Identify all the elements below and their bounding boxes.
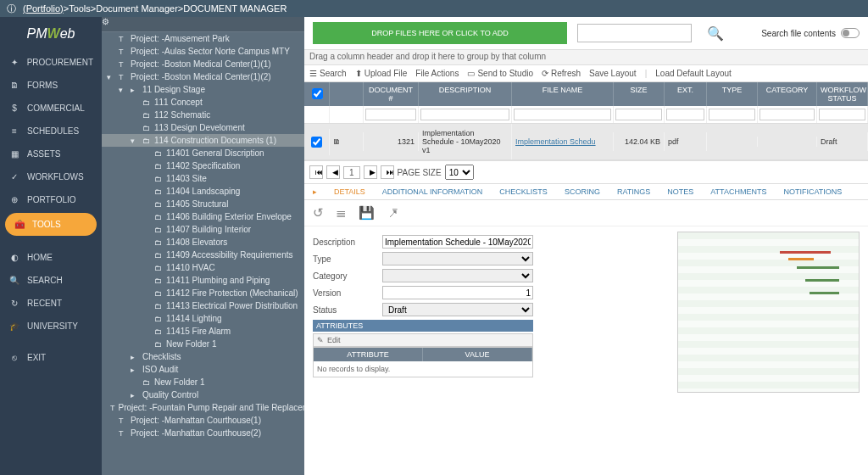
- tree-node[interactable]: ▸Quality Control: [102, 388, 304, 401]
- nav-item-workflows[interactable]: ✓WORKFLOWS: [0, 165, 102, 188]
- nav-item-tools[interactable]: 🧰TOOLS: [5, 213, 97, 236]
- filter-type[interactable]: [709, 109, 755, 120]
- tree-node[interactable]: 🗀11411 Plumbing and Piping: [102, 274, 304, 287]
- info-icon[interactable]: ⓘ: [7, 3, 16, 15]
- tree-node[interactable]: 🗀11408 Elevators: [102, 236, 304, 249]
- toolbar-load[interactable]: Load Default Layout: [655, 69, 732, 78]
- filter-ext[interactable]: [666, 109, 704, 120]
- tree-node[interactable]: TProject: -Manhattan Courthouse(1): [102, 414, 304, 427]
- toolbar-search[interactable]: ☰ Search: [309, 69, 347, 78]
- group-by-bar[interactable]: Drag a column header and drop it here to…: [304, 50, 868, 65]
- tab-notes[interactable]: NOTES: [667, 187, 693, 196]
- undo-icon[interactable]: ↺: [313, 205, 324, 221]
- tree-node[interactable]: 🗀11414 Lighting: [102, 312, 304, 325]
- pager-next[interactable]: ▶: [364, 165, 377, 179]
- toolbar-save[interactable]: Save Layout: [589, 69, 637, 78]
- nav-item-search[interactable]: 🔍SEARCH: [0, 269, 102, 292]
- nav-item-assets[interactable]: ▦ASSETS: [0, 142, 102, 165]
- col-ext[interactable]: EXT.: [665, 82, 707, 106]
- search-icon[interactable]: 🔍: [702, 25, 729, 42]
- attributes-edit-button[interactable]: ✎ Edit: [313, 333, 533, 347]
- grid-row[interactable]: 🗎 1321 Implementation Schedule - 10May20…: [304, 124, 868, 160]
- filter-filename[interactable]: [514, 109, 611, 120]
- field-status[interactable]: Draft: [382, 303, 533, 316]
- nav-item-recent[interactable]: ↻RECENT: [0, 292, 102, 315]
- tree-node[interactable]: 🗀11413 Electrical Power Distribution: [102, 299, 304, 312]
- nav-item-schedules[interactable]: ≡SCHEDULES: [0, 120, 102, 142]
- list-icon[interactable]: ≣: [336, 205, 347, 221]
- nav-item-portfolio[interactable]: ⊕PORTFOLIO: [0, 188, 102, 211]
- col-type[interactable]: TYPE: [707, 82, 758, 106]
- col-filename[interactable]: FILE NAME: [512, 82, 614, 106]
- project-tree[interactable]: ⚙ TProject: -Amusement ParkTProject: -Au…: [102, 17, 304, 475]
- tree-node[interactable]: ▸Checklists: [102, 350, 304, 363]
- nav-item-procurement[interactable]: ✦PROCUREMENT: [0, 51, 102, 74]
- pager-prev[interactable]: ◀: [326, 165, 340, 179]
- row-checkbox[interactable]: [311, 137, 322, 148]
- field-type[interactable]: [382, 252, 533, 265]
- breadcrumb-item[interactable]: Document Manager: [96, 3, 178, 14]
- tree-node[interactable]: ▾TProject: -Boston Medical Center(1)(2): [102, 70, 304, 83]
- tree-node[interactable]: 🗀11409 Accessibility Requirements: [102, 249, 304, 261]
- pager-last[interactable]: ⏭: [381, 165, 394, 179]
- tree-node[interactable]: 🗀11402 Specification: [102, 159, 304, 172]
- search-contents-toggle[interactable]: [841, 28, 860, 38]
- tree-node[interactable]: ▾🗀114 Construction Documents (1): [102, 134, 304, 147]
- tree-node[interactable]: TProject: -Amusement Park: [102, 32, 304, 45]
- tree-toolbar[interactable]: ⚙: [102, 17, 304, 32]
- tree-node[interactable]: 🗀11403 Site: [102, 172, 304, 185]
- search-input[interactable]: [577, 24, 692, 42]
- tree-node[interactable]: ▾▸11 Design Stage: [102, 83, 304, 96]
- toolbar-actions[interactable]: File Actions: [415, 69, 459, 78]
- dropzone[interactable]: DROP FILES HERE OR CLICK TO ADD: [313, 22, 567, 44]
- field-version[interactable]: [382, 286, 533, 299]
- toolbar-studio[interactable]: ▭ Send to Studio: [467, 69, 533, 78]
- tree-node[interactable]: ▸ISO Audit: [102, 363, 304, 376]
- field-description[interactable]: [382, 235, 533, 249]
- tree-node[interactable]: 🗀New Folder 1: [102, 338, 304, 350]
- filter-document[interactable]: [365, 109, 416, 120]
- tree-node[interactable]: 🗀11407 Building Interior: [102, 223, 304, 236]
- tree-node[interactable]: 🗀11410 HVAC: [102, 261, 304, 274]
- attachment-icon[interactable]: 🗎: [330, 132, 364, 151]
- pager-first[interactable]: ⏮: [309, 165, 323, 179]
- tree-caret-icon[interactable]: ▾: [107, 73, 115, 81]
- tab-additional-info[interactable]: ADDITIONAL INFORMATION: [382, 187, 483, 196]
- pagesize-select[interactable]: 10: [445, 165, 474, 180]
- tree-node[interactable]: TProject: -Boston Medical Center(1)(1): [102, 58, 304, 70]
- tree-node[interactable]: 🗀111 Concept: [102, 96, 304, 109]
- col-document[interactable]: DOCUMENT #: [364, 82, 419, 106]
- nav-item-university[interactable]: 🎓UNIVERSITY: [0, 315, 102, 338]
- tab-checklists[interactable]: CHECKLISTS: [499, 187, 548, 196]
- tab-scoring[interactable]: SCORING: [565, 187, 600, 196]
- breadcrumb-root[interactable]: (Portfolio): [23, 3, 64, 14]
- tab-notifications[interactable]: NOTIFICATIONS: [783, 187, 842, 196]
- filter-category[interactable]: [760, 109, 815, 120]
- col-workflow[interactable]: WORKFLOW STATUS: [817, 82, 868, 106]
- filter-description[interactable]: [420, 109, 509, 120]
- breadcrumb-item[interactable]: Tools: [69, 3, 91, 14]
- cell-filename[interactable]: Implementation Schedu: [515, 137, 596, 146]
- toolbar-upload[interactable]: ⬆ Upload File: [355, 69, 408, 78]
- tree-node[interactable]: 🗀11406 Building Exterior Envelope: [102, 210, 304, 223]
- open-icon[interactable]: ⭷: [387, 205, 399, 221]
- nav-item-home[interactable]: ◐HOME: [0, 246, 102, 269]
- tree-caret-icon[interactable]: ▾: [131, 137, 139, 145]
- toolbar-refresh[interactable]: ⟳ Refresh: [542, 69, 581, 78]
- tree-node[interactable]: 🗀11415 Fire Alarm: [102, 325, 304, 338]
- nav-item-forms[interactable]: 🗎FORMS: [0, 74, 102, 97]
- nav-item-commercial[interactable]: $COMMERCIAL: [0, 97, 102, 120]
- tab-attachments[interactable]: ATTACHMENTS: [710, 187, 766, 196]
- tree-node[interactable]: TProject: -Manhattan Courthouse(2): [102, 427, 304, 439]
- tree-node[interactable]: 🗀112 Schematic: [102, 109, 304, 121]
- nav-item-exit[interactable]: ⎋EXIT: [0, 346, 102, 369]
- tree-caret-icon[interactable]: ▾: [119, 86, 127, 94]
- col-description[interactable]: DESCRIPTION: [419, 82, 512, 106]
- tree-node[interactable]: 🗀New Folder 1: [102, 376, 304, 388]
- col-category[interactable]: CATEGORY: [758, 82, 817, 106]
- tree-node[interactable]: 🗀11404 Landscaping: [102, 185, 304, 198]
- tree-node[interactable]: TProject: -Aulas Sector Norte Campus MTY: [102, 45, 304, 58]
- col-size[interactable]: SIZE: [614, 82, 665, 106]
- tab-ratings[interactable]: RATINGS: [617, 187, 650, 196]
- tree-node[interactable]: TProject: -Fountain Pump Repair and Tile…: [102, 401, 304, 414]
